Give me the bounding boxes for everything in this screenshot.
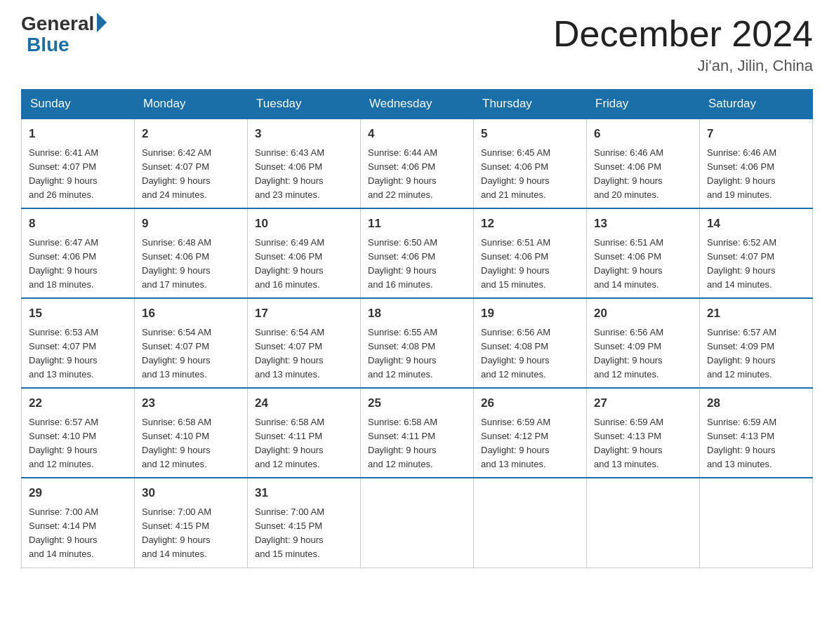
table-row: 21 Sunrise: 6:57 AM Sunset: 4:09 PM Dayl… bbox=[700, 298, 813, 388]
day-number: 3 bbox=[255, 125, 353, 143]
table-row: 25 Sunrise: 6:58 AM Sunset: 4:11 PM Dayl… bbox=[361, 388, 474, 478]
day-info: Sunrise: 6:59 AM Sunset: 4:13 PM Dayligh… bbox=[707, 415, 805, 472]
day-info: Sunrise: 6:46 AM Sunset: 4:06 PM Dayligh… bbox=[594, 146, 692, 203]
table-row: 15 Sunrise: 6:53 AM Sunset: 4:07 PM Dayl… bbox=[22, 298, 135, 388]
day-info: Sunrise: 7:00 AM Sunset: 4:14 PM Dayligh… bbox=[29, 505, 127, 562]
logo-blue-text: Blue bbox=[27, 34, 70, 56]
day-info: Sunrise: 6:47 AM Sunset: 4:06 PM Dayligh… bbox=[29, 236, 127, 293]
day-info: Sunrise: 6:41 AM Sunset: 4:07 PM Dayligh… bbox=[29, 146, 127, 203]
day-number: 30 bbox=[142, 484, 240, 502]
day-info: Sunrise: 6:54 AM Sunset: 4:07 PM Dayligh… bbox=[255, 326, 353, 382]
day-info: Sunrise: 6:58 AM Sunset: 4:11 PM Dayligh… bbox=[255, 415, 353, 472]
table-row: 8 Sunrise: 6:47 AM Sunset: 4:06 PM Dayli… bbox=[22, 208, 135, 298]
calendar-week-row: 1 Sunrise: 6:41 AM Sunset: 4:07 PM Dayli… bbox=[22, 119, 813, 208]
table-row: 4 Sunrise: 6:44 AM Sunset: 4:06 PM Dayli… bbox=[361, 119, 474, 208]
day-number: 15 bbox=[29, 304, 127, 323]
day-number: 4 bbox=[368, 125, 466, 143]
table-row: 20 Sunrise: 6:56 AM Sunset: 4:09 PM Dayl… bbox=[587, 298, 700, 388]
subtitle: Ji'an, Jilin, China bbox=[553, 57, 813, 75]
table-row: 24 Sunrise: 6:58 AM Sunset: 4:11 PM Dayl… bbox=[248, 388, 361, 478]
table-row: 5 Sunrise: 6:45 AM Sunset: 4:06 PM Dayli… bbox=[474, 119, 587, 208]
col-saturday: Saturday bbox=[700, 90, 813, 119]
table-row: 29 Sunrise: 7:00 AM Sunset: 4:14 PM Dayl… bbox=[22, 478, 135, 568]
day-number: 2 bbox=[142, 125, 240, 143]
col-wednesday: Wednesday bbox=[361, 90, 474, 119]
day-number: 31 bbox=[255, 484, 353, 502]
table-row: 11 Sunrise: 6:50 AM Sunset: 4:06 PM Dayl… bbox=[361, 208, 474, 298]
day-info: Sunrise: 6:57 AM Sunset: 4:09 PM Dayligh… bbox=[707, 326, 805, 382]
day-number: 9 bbox=[142, 215, 240, 233]
calendar-week-row: 8 Sunrise: 6:47 AM Sunset: 4:06 PM Dayli… bbox=[22, 208, 813, 298]
table-row: 14 Sunrise: 6:52 AM Sunset: 4:07 PM Dayl… bbox=[700, 208, 813, 298]
table-row: 3 Sunrise: 6:43 AM Sunset: 4:06 PM Dayli… bbox=[248, 119, 361, 208]
day-number: 11 bbox=[368, 215, 466, 233]
col-friday: Friday bbox=[587, 90, 700, 119]
day-info: Sunrise: 6:58 AM Sunset: 4:11 PM Dayligh… bbox=[368, 415, 466, 472]
main-title: December 2024 bbox=[553, 14, 813, 54]
table-row: 2 Sunrise: 6:42 AM Sunset: 4:07 PM Dayli… bbox=[135, 119, 248, 208]
day-number: 5 bbox=[481, 125, 579, 143]
table-row: 23 Sunrise: 6:58 AM Sunset: 4:10 PM Dayl… bbox=[135, 388, 248, 478]
table-row: 27 Sunrise: 6:59 AM Sunset: 4:13 PM Dayl… bbox=[587, 388, 700, 478]
day-info: Sunrise: 6:58 AM Sunset: 4:10 PM Dayligh… bbox=[142, 415, 240, 472]
day-number: 16 bbox=[142, 304, 240, 323]
table-row: 18 Sunrise: 6:55 AM Sunset: 4:08 PM Dayl… bbox=[361, 298, 474, 388]
day-info: Sunrise: 6:57 AM Sunset: 4:10 PM Dayligh… bbox=[29, 415, 127, 472]
day-info: Sunrise: 6:45 AM Sunset: 4:06 PM Dayligh… bbox=[481, 146, 579, 203]
day-number: 6 bbox=[594, 125, 692, 143]
table-row: 6 Sunrise: 6:46 AM Sunset: 4:06 PM Dayli… bbox=[587, 119, 700, 208]
table-row: 26 Sunrise: 6:59 AM Sunset: 4:12 PM Dayl… bbox=[474, 388, 587, 478]
calendar-week-row: 15 Sunrise: 6:53 AM Sunset: 4:07 PM Dayl… bbox=[22, 298, 813, 388]
day-number: 21 bbox=[707, 304, 805, 323]
day-info: Sunrise: 6:52 AM Sunset: 4:07 PM Dayligh… bbox=[707, 236, 805, 293]
col-monday: Monday bbox=[135, 90, 248, 119]
day-info: Sunrise: 6:48 AM Sunset: 4:06 PM Dayligh… bbox=[142, 236, 240, 293]
day-number: 27 bbox=[594, 394, 692, 412]
table-row: 1 Sunrise: 6:41 AM Sunset: 4:07 PM Dayli… bbox=[22, 119, 135, 208]
day-number: 19 bbox=[481, 304, 579, 323]
day-number: 13 bbox=[594, 215, 692, 233]
table-row bbox=[474, 478, 587, 568]
day-info: Sunrise: 6:53 AM Sunset: 4:07 PM Dayligh… bbox=[29, 326, 127, 382]
day-number: 28 bbox=[707, 394, 805, 412]
table-row: 22 Sunrise: 6:57 AM Sunset: 4:10 PM Dayl… bbox=[22, 388, 135, 478]
day-number: 22 bbox=[29, 394, 127, 412]
day-info: Sunrise: 6:59 AM Sunset: 4:12 PM Dayligh… bbox=[481, 415, 579, 472]
table-row: 28 Sunrise: 6:59 AM Sunset: 4:13 PM Dayl… bbox=[700, 388, 813, 478]
table-row: 17 Sunrise: 6:54 AM Sunset: 4:07 PM Dayl… bbox=[248, 298, 361, 388]
table-row: 9 Sunrise: 6:48 AM Sunset: 4:06 PM Dayli… bbox=[135, 208, 248, 298]
day-info: Sunrise: 6:43 AM Sunset: 4:06 PM Dayligh… bbox=[255, 146, 353, 203]
day-info: Sunrise: 6:42 AM Sunset: 4:07 PM Dayligh… bbox=[142, 146, 240, 203]
day-number: 10 bbox=[255, 215, 353, 233]
table-row: 30 Sunrise: 7:00 AM Sunset: 4:15 PM Dayl… bbox=[135, 478, 248, 568]
day-number: 23 bbox=[142, 394, 240, 412]
day-info: Sunrise: 6:49 AM Sunset: 4:06 PM Dayligh… bbox=[255, 236, 353, 293]
day-info: Sunrise: 6:50 AM Sunset: 4:06 PM Dayligh… bbox=[368, 236, 466, 293]
logo-arrow-icon bbox=[97, 13, 107, 32]
day-number: 25 bbox=[368, 394, 466, 412]
page-header: General Blue December 2024 Ji'an, Jilin,… bbox=[21, 14, 813, 75]
day-info: Sunrise: 7:00 AM Sunset: 4:15 PM Dayligh… bbox=[255, 505, 353, 562]
table-row: 12 Sunrise: 6:51 AM Sunset: 4:06 PM Dayl… bbox=[474, 208, 587, 298]
day-info: Sunrise: 6:56 AM Sunset: 4:09 PM Dayligh… bbox=[594, 326, 692, 382]
logo-general-text: General bbox=[21, 14, 94, 34]
day-number: 24 bbox=[255, 394, 353, 412]
day-number: 7 bbox=[707, 125, 805, 143]
day-number: 12 bbox=[481, 215, 579, 233]
day-info: Sunrise: 7:00 AM Sunset: 4:15 PM Dayligh… bbox=[142, 505, 240, 562]
table-row: 16 Sunrise: 6:54 AM Sunset: 4:07 PM Dayl… bbox=[135, 298, 248, 388]
col-tuesday: Tuesday bbox=[248, 90, 361, 119]
table-row: 19 Sunrise: 6:56 AM Sunset: 4:08 PM Dayl… bbox=[474, 298, 587, 388]
table-row bbox=[587, 478, 700, 568]
col-sunday: Sunday bbox=[22, 90, 135, 119]
day-info: Sunrise: 6:59 AM Sunset: 4:13 PM Dayligh… bbox=[594, 415, 692, 472]
title-area: December 2024 Ji'an, Jilin, China bbox=[553, 14, 813, 75]
day-info: Sunrise: 6:46 AM Sunset: 4:06 PM Dayligh… bbox=[707, 146, 805, 203]
table-row: 31 Sunrise: 7:00 AM Sunset: 4:15 PM Dayl… bbox=[248, 478, 361, 568]
calendar-week-row: 29 Sunrise: 7:00 AM Sunset: 4:14 PM Dayl… bbox=[22, 478, 813, 568]
calendar-table: Sunday Monday Tuesday Wednesday Thursday… bbox=[21, 89, 813, 568]
calendar-header-row: Sunday Monday Tuesday Wednesday Thursday… bbox=[22, 90, 813, 119]
day-number: 1 bbox=[29, 125, 127, 143]
day-number: 29 bbox=[29, 484, 127, 502]
day-info: Sunrise: 6:51 AM Sunset: 4:06 PM Dayligh… bbox=[481, 236, 579, 293]
